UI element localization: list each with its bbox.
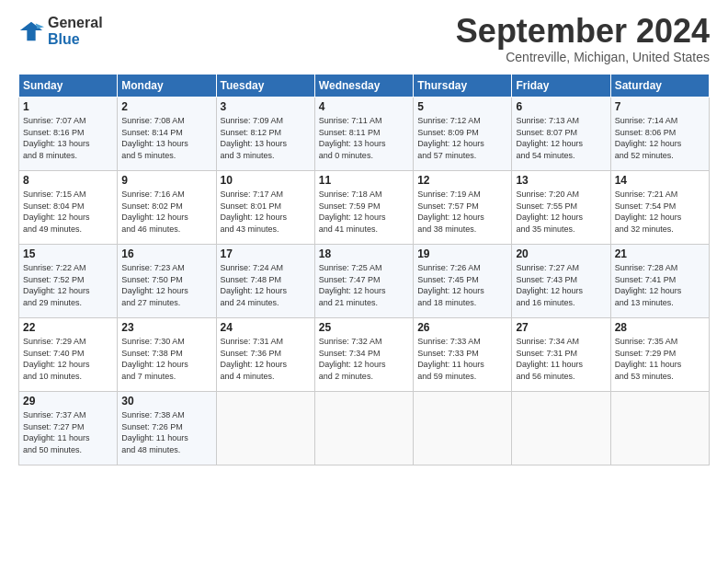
day-info: Sunrise: 7:19 AM Sunset: 7:57 PM Dayligh…: [417, 189, 507, 235]
day-number: 19: [417, 247, 507, 260]
day-info: Sunrise: 7:23 AM Sunset: 7:50 PM Dayligh…: [121, 262, 211, 308]
day-info: Sunrise: 7:24 AM Sunset: 7:48 PM Dayligh…: [221, 262, 311, 308]
day-info: Sunrise: 7:11 AM Sunset: 8:11 PM Dayligh…: [319, 115, 409, 161]
table-row: 11Sunrise: 7:18 AM Sunset: 7:59 PM Dayli…: [314, 171, 413, 245]
calendar-week-5: 29Sunrise: 7:37 AM Sunset: 7:27 PM Dayli…: [19, 392, 710, 465]
day-number: 4: [319, 100, 409, 113]
col-thursday: Thursday: [414, 75, 512, 98]
col-friday: Friday: [512, 75, 610, 98]
table-row: 1Sunrise: 7:07 AM Sunset: 8:16 PM Daylig…: [19, 98, 118, 171]
table-row: 16Sunrise: 7:23 AM Sunset: 7:50 PM Dayli…: [118, 245, 216, 318]
table-row: 20Sunrise: 7:27 AM Sunset: 7:43 PM Dayli…: [512, 245, 610, 318]
col-sunday: Sunday: [19, 75, 118, 98]
day-info: Sunrise: 7:29 AM Sunset: 7:40 PM Dayligh…: [23, 336, 113, 382]
day-number: 18: [319, 247, 409, 260]
day-number: 21: [615, 247, 705, 260]
table-row: 2Sunrise: 7:08 AM Sunset: 8:14 PM Daylig…: [118, 98, 216, 171]
day-info: Sunrise: 7:31 AM Sunset: 7:36 PM Dayligh…: [221, 336, 311, 382]
logo: General Blue: [18, 15, 103, 47]
table-row: 30Sunrise: 7:38 AM Sunset: 7:26 PM Dayli…: [118, 392, 216, 465]
day-info: Sunrise: 7:14 AM Sunset: 8:06 PM Dayligh…: [615, 115, 705, 161]
day-number: 25: [319, 321, 409, 334]
day-number: 11: [319, 174, 409, 187]
table-row: 27Sunrise: 7:34 AM Sunset: 7:31 PM Dayli…: [512, 318, 610, 392]
day-number: 23: [121, 321, 211, 334]
day-info: Sunrise: 7:30 AM Sunset: 7:38 PM Dayligh…: [121, 336, 211, 382]
page: General Blue September 2024 Centreville,…: [0, 0, 728, 563]
day-info: Sunrise: 7:22 AM Sunset: 7:52 PM Dayligh…: [23, 262, 113, 308]
table-row: [512, 392, 610, 465]
day-info: Sunrise: 7:25 AM Sunset: 7:47 PM Dayligh…: [319, 262, 409, 308]
day-info: Sunrise: 7:35 AM Sunset: 7:29 PM Dayligh…: [615, 336, 705, 382]
day-number: 15: [23, 247, 113, 260]
month-title: September 2024: [456, 15, 710, 48]
table-row: 15Sunrise: 7:22 AM Sunset: 7:52 PM Dayli…: [19, 245, 118, 318]
day-info: Sunrise: 7:12 AM Sunset: 8:09 PM Dayligh…: [417, 115, 507, 161]
day-number: 3: [221, 100, 311, 113]
day-info: Sunrise: 7:21 AM Sunset: 7:54 PM Dayligh…: [615, 189, 705, 235]
table-row: 13Sunrise: 7:20 AM Sunset: 7:55 PM Dayli…: [512, 171, 610, 245]
day-info: Sunrise: 7:33 AM Sunset: 7:33 PM Dayligh…: [417, 336, 507, 382]
col-tuesday: Tuesday: [216, 75, 314, 98]
day-number: 9: [121, 174, 211, 187]
table-row: 10Sunrise: 7:17 AM Sunset: 8:01 PM Dayli…: [216, 171, 314, 245]
day-info: Sunrise: 7:09 AM Sunset: 8:12 PM Dayligh…: [221, 115, 311, 161]
day-info: Sunrise: 7:18 AM Sunset: 7:59 PM Dayligh…: [319, 189, 409, 235]
table-row: 3Sunrise: 7:09 AM Sunset: 8:12 PM Daylig…: [216, 98, 314, 171]
day-number: 7: [615, 100, 705, 113]
table-row: 5Sunrise: 7:12 AM Sunset: 8:09 PM Daylig…: [414, 98, 512, 171]
day-info: Sunrise: 7:08 AM Sunset: 8:14 PM Dayligh…: [121, 115, 211, 161]
logo-line2: Blue: [48, 31, 103, 48]
day-info: Sunrise: 7:28 AM Sunset: 7:41 PM Dayligh…: [615, 262, 705, 308]
table-row: 23Sunrise: 7:30 AM Sunset: 7:38 PM Dayli…: [118, 318, 216, 392]
day-info: Sunrise: 7:07 AM Sunset: 8:16 PM Dayligh…: [23, 115, 113, 161]
table-row: 29Sunrise: 7:37 AM Sunset: 7:27 PM Dayli…: [19, 392, 118, 465]
table-row: 9Sunrise: 7:16 AM Sunset: 8:02 PM Daylig…: [118, 171, 216, 245]
day-number: 27: [516, 321, 606, 334]
calendar-week-2: 8Sunrise: 7:15 AM Sunset: 8:04 PM Daylig…: [19, 171, 710, 245]
header: General Blue September 2024 Centreville,…: [18, 15, 710, 64]
table-row: 24Sunrise: 7:31 AM Sunset: 7:36 PM Dayli…: [216, 318, 314, 392]
svg-marker-0: [20, 21, 42, 40]
calendar-week-4: 22Sunrise: 7:29 AM Sunset: 7:40 PM Dayli…: [19, 318, 710, 392]
day-info: Sunrise: 7:20 AM Sunset: 7:55 PM Dayligh…: [516, 189, 606, 235]
table-row: 28Sunrise: 7:35 AM Sunset: 7:29 PM Dayli…: [610, 318, 709, 392]
day-info: Sunrise: 7:26 AM Sunset: 7:45 PM Dayligh…: [417, 262, 507, 308]
day-number: 16: [121, 247, 211, 260]
day-number: 12: [417, 174, 507, 187]
day-info: Sunrise: 7:17 AM Sunset: 8:01 PM Dayligh…: [221, 189, 311, 235]
title-block: September 2024 Centreville, Michigan, Un…: [456, 15, 710, 64]
day-info: Sunrise: 7:34 AM Sunset: 7:31 PM Dayligh…: [516, 336, 606, 382]
calendar-week-3: 15Sunrise: 7:22 AM Sunset: 7:52 PM Dayli…: [19, 245, 710, 318]
table-row: 7Sunrise: 7:14 AM Sunset: 8:06 PM Daylig…: [610, 98, 709, 171]
day-number: 17: [221, 247, 311, 260]
table-row: 21Sunrise: 7:28 AM Sunset: 7:41 PM Dayli…: [610, 245, 709, 318]
table-row: [216, 392, 314, 465]
table-row: 6Sunrise: 7:13 AM Sunset: 8:07 PM Daylig…: [512, 98, 610, 171]
calendar-week-1: 1Sunrise: 7:07 AM Sunset: 8:16 PM Daylig…: [19, 98, 710, 171]
day-number: 30: [121, 395, 211, 408]
day-number: 2: [121, 100, 211, 113]
day-number: 14: [615, 174, 705, 187]
day-number: 13: [516, 174, 606, 187]
table-row: [314, 392, 413, 465]
day-number: 6: [516, 100, 606, 113]
day-number: 28: [615, 321, 705, 334]
table-row: 26Sunrise: 7:33 AM Sunset: 7:33 PM Dayli…: [414, 318, 512, 392]
logo-line1: General: [48, 15, 103, 31]
table-row: 25Sunrise: 7:32 AM Sunset: 7:34 PM Dayli…: [314, 318, 413, 392]
table-row: 22Sunrise: 7:29 AM Sunset: 7:40 PM Dayli…: [19, 318, 118, 392]
day-info: Sunrise: 7:27 AM Sunset: 7:43 PM Dayligh…: [516, 262, 606, 308]
day-number: 10: [221, 174, 311, 187]
header-row: Sunday Monday Tuesday Wednesday Thursday…: [19, 75, 710, 98]
logo-icon: [18, 18, 44, 44]
day-info: Sunrise: 7:16 AM Sunset: 8:02 PM Dayligh…: [121, 189, 211, 235]
col-saturday: Saturday: [610, 75, 709, 98]
day-info: Sunrise: 7:13 AM Sunset: 8:07 PM Dayligh…: [516, 115, 606, 161]
table-row: 19Sunrise: 7:26 AM Sunset: 7:45 PM Dayli…: [414, 245, 512, 318]
table-row: 18Sunrise: 7:25 AM Sunset: 7:47 PM Dayli…: [314, 245, 413, 318]
day-number: 29: [23, 395, 113, 408]
day-number: 22: [23, 321, 113, 334]
day-number: 5: [417, 100, 507, 113]
day-info: Sunrise: 7:37 AM Sunset: 7:27 PM Dayligh…: [23, 409, 113, 455]
